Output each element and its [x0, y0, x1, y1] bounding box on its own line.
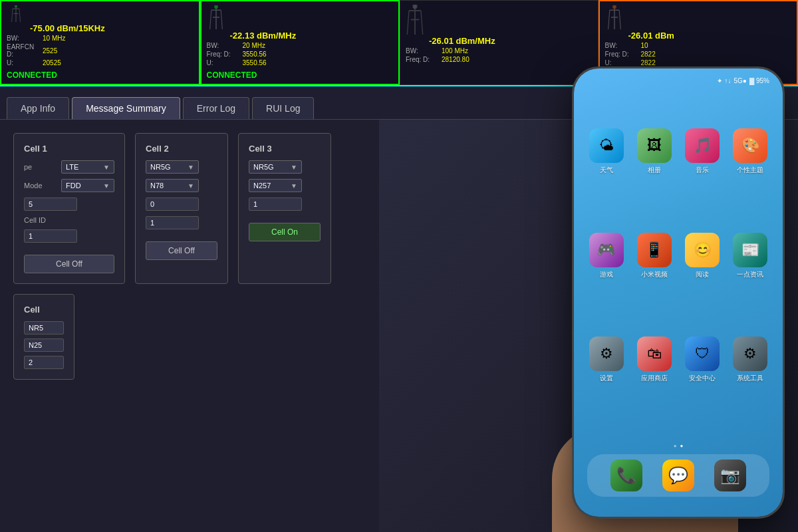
page-dots: ● ● [581, 443, 776, 449]
svg-line-21 [608, 10, 609, 29]
cell2-val4: 1 [146, 216, 199, 229]
app-tools-label: 系统工具 [737, 374, 763, 383]
phone-overlay: ✦ ↑↓ 5G● ▓ 95% 🌤 天气 🖼 相册 🎵 音乐 [572, 66, 785, 519]
cell2-type-select[interactable]: NR5G ▼ [146, 160, 199, 174]
app-music[interactable]: 🎵 音乐 [684, 128, 722, 223]
cell4-type-val: NR5 [24, 321, 64, 334]
cell3-val3: 1 [249, 198, 302, 211]
app-store-label: 应用商店 [641, 374, 668, 383]
app-mivideo[interactable]: 📱 小米视频 [635, 233, 673, 327]
svg-line-10 [221, 10, 222, 29]
svg-line-16 [421, 11, 423, 35]
main-content-area: Cell 1 pe LTE ▼ Mode FDD ▼ 5 Cell ID [0, 120, 379, 532]
cell3-title: Cell 3 [249, 144, 321, 154]
dock-camera[interactable]: 📷 [714, 460, 746, 491]
phone-dock: 📞 💬 📷 [587, 454, 769, 497]
cell1-earfcn-u: 20525 [43, 59, 61, 66]
app-reading[interactable]: 😊 阅读 [684, 233, 722, 327]
bluetooth-icon: ✦ [717, 77, 722, 84]
svg-line-22 [619, 10, 620, 29]
cell3-signal-value: -26.01 dBm/MHz [429, 36, 593, 46]
chevron-down-icon-2: ▼ [103, 182, 110, 190]
cell-panel-1: Cell 1 pe LTE ▼ Mode FDD ▼ 5 Cell ID [13, 133, 125, 284]
app-news[interactable]: 📰 一点资讯 [732, 233, 769, 327]
cell1-mode-select[interactable]: FDD ▼ [61, 179, 114, 192]
phone-status-bar: ✦ ↑↓ 5G● ▓ 95% [710, 74, 776, 88]
app-reading-label: 阅读 [696, 270, 709, 279]
cell-panel-4-partial: Cell NR5 N25 2 [13, 294, 74, 380]
cell1-title: Cell 1 [24, 144, 114, 154]
cell4-signal-value: -26.01 dBm [628, 31, 792, 41]
tower-icon-3 [406, 5, 424, 35]
cell1-earfcn-label: EARFCN D: [7, 43, 40, 58]
app-settings[interactable]: ⚙ 设置 [587, 336, 625, 431]
app-security-label: 安全中心 [689, 374, 716, 383]
tab-error-log[interactable]: Error Log [183, 97, 249, 119]
app-news-label: 一点资讯 [737, 270, 763, 279]
cell2-val3: 0 [146, 198, 199, 211]
signal-5g-icon: 5G● [734, 77, 747, 84]
cell-panel-2: Cell 2 NR5G ▼ N78 ▼ 0 1 Cell Off [135, 133, 228, 284]
app-grid: 🌤 天气 🖼 相册 🎵 音乐 🎨 个性主题 🎮 [581, 122, 776, 438]
cell1-type-label: pe [24, 163, 57, 171]
chevron-down-icon: ▼ [103, 164, 110, 171]
svg-line-4 [19, 9, 21, 22]
app-store[interactable]: 🛍 应用商店 [635, 336, 673, 431]
svg-point-11 [214, 5, 218, 9]
cell1-cellid-label: Cell ID [24, 216, 57, 224]
battery-icon: ▓ 95% [749, 77, 769, 84]
cell1-mode-label: Mode [24, 182, 57, 190]
tower-icon-1 [7, 5, 25, 22]
signal-cell-2: -22.13 dBm/MHz BW: 20 MHz Freq: D: 3550.… [200, 0, 400, 85]
tower-icon-2 [207, 5, 225, 29]
tab-app-info[interactable]: App Info [7, 97, 69, 119]
app-weather[interactable]: 🌤 天气 [587, 128, 625, 223]
cell4-band-val: N25 [24, 338, 64, 352]
app-gallery-label: 相册 [648, 166, 661, 175]
app-tools[interactable]: ⚙ 系统工具 [732, 336, 769, 431]
cell4-title: Cell [24, 305, 64, 315]
cell3-type-select[interactable]: NR5G ▼ [249, 160, 302, 174]
app-weather-label: 天气 [600, 166, 613, 175]
tab-message-summary[interactable]: Message Summary [72, 97, 180, 119]
cell3-btn[interactable]: Cell On [249, 223, 321, 241]
tab-rui-log[interactable]: RUI Log [252, 97, 314, 119]
app-mivideo-label: 小米视频 [641, 270, 668, 279]
svg-line-15 [407, 11, 409, 35]
cell1-val3: 5 [24, 198, 77, 211]
app-security[interactable]: 🛡 安全中心 [684, 336, 722, 431]
cell1-btn[interactable]: Cell Off [24, 255, 114, 273]
cell1-bw-val: 10 MHz [43, 35, 65, 42]
cell4-val3: 2 [24, 356, 64, 369]
app-music-label: 音乐 [696, 166, 709, 175]
cell3-band-select[interactable]: N257 ▼ [249, 179, 302, 192]
chevron-down-icon-6: ▼ [291, 182, 297, 190]
cell2-band-select[interactable]: N78 ▼ [146, 179, 199, 192]
chevron-down-icon-5: ▼ [291, 164, 297, 171]
app-games[interactable]: 🎮 游戏 [587, 233, 625, 327]
dock-phone[interactable]: 📞 [610, 460, 642, 491]
cell1-type-select[interactable]: LTE ▼ [61, 160, 114, 174]
svg-point-17 [412, 5, 417, 9]
signal-cell-1: -75.00 dBm/15KHz BW: 10 MHz EARFCN D: 25… [0, 0, 200, 85]
svg-point-23 [612, 5, 616, 9]
svg-point-5 [15, 5, 17, 8]
cell1-cellid-val: 1 [24, 229, 77, 243]
dock-messages[interactable]: 💬 [662, 460, 694, 491]
cells-container: Cell 1 pe LTE ▼ Mode FDD ▼ 5 Cell ID [13, 133, 366, 380]
network-arrows-icon: ↑↓ [725, 77, 732, 84]
tower-icon-4 [605, 5, 624, 29]
app-gallery[interactable]: 🖼 相册 [635, 128, 673, 223]
svg-line-9 [209, 10, 211, 29]
cell1-signal-value: -75.00 dBm/15KHz [30, 23, 194, 33]
chevron-down-icon-4: ▼ [188, 182, 194, 190]
cell1-bw-label: BW: [7, 35, 40, 42]
cell1-u-label: U: [7, 59, 40, 66]
signal-cell-3: -26.01 dBm/MHz BW: 100 MHz Freq: D: 2812… [400, 0, 598, 85]
cell1-status: CONNECTED [7, 70, 194, 80]
app-themes[interactable]: 🎨 个性主题 [732, 128, 769, 223]
app-themes-label: 个性主题 [737, 166, 763, 175]
cell2-btn[interactable]: Cell Off [146, 241, 217, 260]
app-settings-label: 设置 [600, 374, 613, 383]
cell2-signal-value: -22.13 dBm/MHz [230, 31, 394, 41]
